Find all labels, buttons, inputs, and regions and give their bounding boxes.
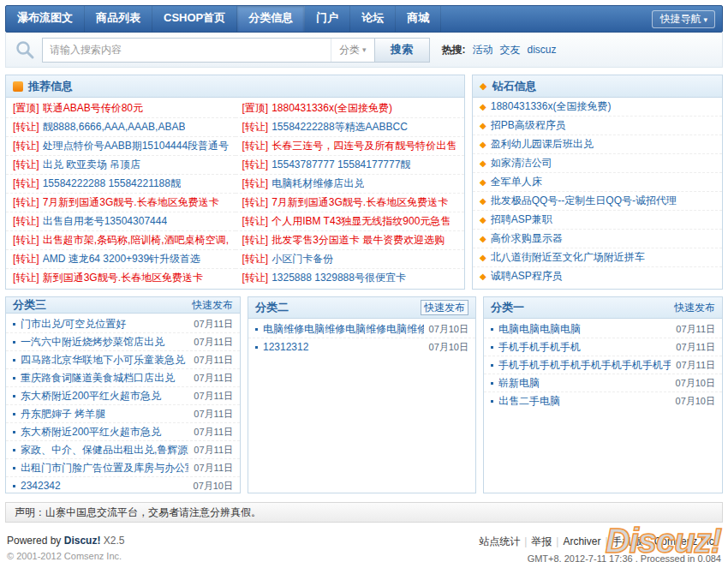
item-date: 07月11日 bbox=[194, 423, 233, 440]
item-link[interactable]: 新到国通3G靓号.长春地区免费送卡 bbox=[43, 269, 203, 287]
item-link[interactable]: 东大桥附近200平红火超市急兑 bbox=[21, 423, 188, 440]
hot-link[interactable]: 交友 bbox=[500, 44, 521, 56]
item-link[interactable]: 电脑耗材维修店出兑 bbox=[272, 175, 364, 193]
bullet-icon bbox=[13, 395, 15, 398]
nav-item[interactable]: 分类信息 bbox=[237, 6, 305, 32]
item-link[interactable]: 出兑 欧亚卖场 吊顶店 bbox=[43, 156, 141, 174]
recommend-item: [置顶]联通ABAB号传价80元 bbox=[6, 99, 236, 118]
footer-link[interactable]: 站点统计 bbox=[479, 535, 520, 547]
quick-post-link[interactable]: 快速发布 bbox=[192, 298, 233, 313]
item-tag: [转让] bbox=[13, 250, 39, 268]
item-date: 07月11日 bbox=[194, 333, 233, 350]
quick-post-link[interactable]: 快速发布 bbox=[674, 301, 715, 315]
item-link[interactable]: 1880431336x(全国接免费) bbox=[491, 98, 612, 116]
item-link[interactable]: 长春三连号，四连号及所有靓号特价出售了 bbox=[272, 137, 457, 155]
item-date: 07月10日 bbox=[429, 320, 468, 338]
item-link[interactable]: 12312312 bbox=[263, 338, 424, 356]
item-link[interactable]: 崭新电脑 bbox=[498, 374, 671, 392]
item-link[interactable]: 高价求购显示器 bbox=[491, 230, 563, 248]
item-link[interactable]: 重庆路食词隧道美食城档口店出兑 bbox=[21, 369, 188, 386]
item-link[interactable]: 出售二手电脑 bbox=[498, 392, 671, 410]
diamond-icon: ◆ bbox=[480, 81, 486, 92]
item-link[interactable]: 一汽六中附近烧烤炒菜馆店出兑 bbox=[21, 333, 188, 350]
item-link[interactable]: 手机手机手机手机 bbox=[498, 338, 671, 356]
bullet-icon bbox=[255, 346, 258, 349]
diamond-item: ◆盈利幼儿园课后班出兑 bbox=[473, 135, 722, 154]
item-link[interactable]: AMD 速龙64 3200+939针升级首选 bbox=[43, 250, 200, 268]
nav-item[interactable]: 瀑布流图文 bbox=[6, 6, 85, 32]
item-link[interactable]: 1325888 1329888号很便宜卡 bbox=[272, 269, 406, 287]
separator: | bbox=[524, 535, 527, 547]
item-link[interactable]: 如家清洁公司 bbox=[491, 154, 552, 172]
bullet-icon bbox=[13, 413, 15, 416]
item-link[interactable]: 出租门市门脸广告位置及库房与办公室,本 … bbox=[21, 459, 188, 476]
discuz-link[interactable]: Discuz! bbox=[64, 535, 101, 547]
bullet-icon bbox=[255, 328, 258, 331]
item-link[interactable]: 批发零售3分国道卡 最牛资费欢迎选购 bbox=[272, 231, 445, 249]
item-link[interactable]: 靓8888,6666,AAA,AAAB,ABAB bbox=[43, 118, 186, 136]
footer-link[interactable]: Archiver bbox=[563, 535, 600, 547]
bullet-icon bbox=[491, 382, 493, 385]
item-link[interactable]: 个人用IBM T43独显无线指纹900元急售 bbox=[272, 212, 451, 230]
item-link[interactable]: 盈利幼儿园课后班出兑 bbox=[491, 135, 594, 153]
item-link[interactable]: 全军单人床 bbox=[491, 173, 542, 191]
item-link[interactable]: 2342342 bbox=[21, 477, 188, 493]
search-category-select[interactable]: 分类▾ bbox=[331, 39, 374, 62]
search-button[interactable]: 搜索 bbox=[374, 39, 429, 62]
item-link[interactable]: 招PB高级程序员 bbox=[491, 117, 566, 135]
search-input[interactable] bbox=[43, 39, 331, 62]
nav-list: 瀑布流图文商品列表CSHOP首页分类信息门户论坛商城 bbox=[6, 6, 441, 32]
item-link[interactable]: 门市出兑/可空兑位置好 bbox=[21, 315, 188, 332]
item-date: 07月10日 bbox=[676, 392, 715, 410]
quick-post-link[interactable]: 快速发布 bbox=[421, 300, 468, 315]
category-label: 分类 bbox=[339, 43, 360, 57]
item-link[interactable]: 15584222288 15584221188靓 bbox=[43, 175, 181, 193]
nav-item[interactable]: 商城 bbox=[396, 6, 441, 32]
recommend-item: [转让]出售超市架,条码称,陪训椅,酒吧桌椅空调,冰 bbox=[6, 231, 236, 250]
hot-links: 活动交友discuz bbox=[466, 44, 557, 56]
item-link[interactable]: 招聘ASP兼职 bbox=[491, 211, 552, 229]
nav-item[interactable]: 门户 bbox=[305, 6, 350, 32]
hot-link[interactable]: 活动 bbox=[473, 44, 493, 56]
item-link[interactable]: 联通ABAB号传价80元 bbox=[43, 99, 143, 117]
item-link[interactable]: 出售自用老号13504307444 bbox=[43, 212, 167, 230]
panel-title: 分类一 bbox=[491, 300, 524, 315]
item-date: 07月11日 bbox=[676, 356, 715, 374]
nav-item[interactable]: 论坛 bbox=[350, 6, 396, 32]
item-link[interactable]: 家政、中介、保健品出租出兑,鲁辉源际城 … bbox=[21, 441, 188, 458]
list-item: 崭新电脑07月10日 bbox=[484, 374, 722, 392]
bullet-icon bbox=[13, 359, 15, 362]
quick-nav-button[interactable]: 快捷导航▾ bbox=[652, 10, 715, 28]
hot-link[interactable]: discuz bbox=[528, 44, 557, 56]
item-link[interactable]: 电脑维修电脑维修电脑维修电脑维修电脑维 … bbox=[263, 320, 424, 338]
item-link[interactable]: 电脑电脑电脑电脑 bbox=[498, 320, 671, 338]
item-link[interactable]: 出售超市架,条码称,陪训椅,酒吧桌椅空调,冰 bbox=[43, 231, 229, 249]
item-link[interactable]: 诚聘ASP程序员 bbox=[491, 267, 563, 285]
item-link[interactable]: 15543787777 15584177777靓 bbox=[272, 156, 410, 174]
item-link[interactable]: 15584222288等精选AABBCC bbox=[272, 118, 408, 136]
nav-item[interactable]: CSHOP首页 bbox=[152, 6, 237, 32]
item-link[interactable]: 7月新到国通3G靓号.长春地区免费送卡 bbox=[272, 194, 448, 212]
item-link[interactable]: 丹东肥婶子 烤羊腿 bbox=[21, 405, 188, 422]
item-link[interactable]: 北八道街附近至文化广场附近拼车 bbox=[491, 248, 645, 266]
diamond-icon: ◆ bbox=[480, 230, 486, 248]
top-navbar: 瀑布流图文商品列表CSHOP首页分类信息门户论坛商城 快捷导航▾ bbox=[5, 5, 723, 33]
item-link[interactable]: 7月新到国通3G靓号.长春地区免费送卡 bbox=[43, 194, 219, 212]
recommend-item: [转让]处理点特价号AABB期15104444段普通号 bbox=[6, 137, 236, 156]
diamond-header: ◆ 钻石信息 bbox=[473, 75, 722, 98]
item-tag: [转让] bbox=[242, 118, 269, 136]
item-tag: [转让] bbox=[242, 269, 269, 287]
item-link[interactable]: 处理点特价号AABB期15104444段普通号 bbox=[43, 137, 229, 155]
item-link[interactable]: 小区门卡备份 bbox=[272, 250, 333, 268]
item-link[interactable]: 手机手机手机手机手机手机手机手机手 … bbox=[498, 356, 671, 374]
item-link[interactable]: 四马路北京华联地下小可乐童装急兑 bbox=[21, 351, 188, 368]
nav-item[interactable]: 商品列表 bbox=[85, 6, 152, 32]
item-date: 07月10日 bbox=[429, 338, 468, 356]
footer-link[interactable]: 举报 bbox=[531, 535, 552, 547]
item-link[interactable]: 1880431336x(全国接免费) bbox=[272, 99, 392, 117]
item-link[interactable]: 东大桥附近200平红火超市急兑 bbox=[21, 387, 188, 404]
recommend-item: [转让]批发零售3分国道卡 最牛资费欢迎选购 bbox=[236, 231, 465, 250]
item-link[interactable]: 批发极品QQ号--定制生日QQ号-诚招代理 bbox=[491, 192, 677, 210]
recommend-item: [转让]出兑 欧亚卖场 吊顶店 bbox=[6, 156, 236, 175]
bullet-icon bbox=[13, 431, 15, 433]
